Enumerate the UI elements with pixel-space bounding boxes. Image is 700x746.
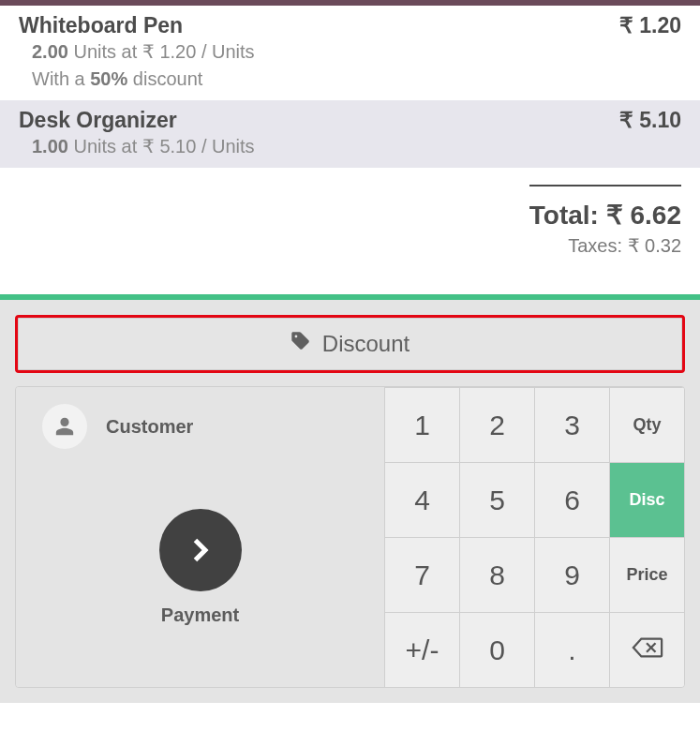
customer-button-label: Customer [106,416,193,438]
numpad-key-3[interactable]: 3 [534,387,609,462]
numpad-mode-qty[interactable]: Qty [609,387,684,462]
numpad-key-5[interactable]: 5 [459,462,534,537]
orderline-detail: 2.00 Units at ₹ 1.20 / Units [32,38,681,66]
numpad-key-2[interactable]: 2 [459,387,534,462]
backspace-icon [632,634,663,666]
numpad-key-8[interactable]: 8 [459,537,534,612]
orderline-detail: 1.00 Units at ₹ 5.10 / Units [32,133,681,160]
payment-button[interactable]: Payment [16,466,384,687]
orderline[interactable]: Desk Organizer ₹ 5.10 1.00 Units at ₹ 5.… [0,100,700,168]
tag-icon [290,331,311,357]
numpad-key-sign[interactable]: +/- [384,612,459,687]
numpad-key-9[interactable]: 9 [534,537,609,612]
discount-button-label: Discount [322,331,410,357]
numpad-backspace[interactable] [609,612,684,687]
orderline[interactable]: Whiteboard Pen ₹ 1.20 2.00 Units at ₹ 1.… [0,6,700,100]
chevron-right-icon [159,509,242,591]
payment-button-label: Payment [161,604,239,626]
orderline-price: ₹ 1.20 [619,13,681,38]
numpad: 1 2 3 Qty 4 5 6 Disc 7 8 9 Price +/- 0 . [384,387,684,687]
user-icon [42,404,87,449]
summary-divider [529,185,681,186]
order-lines: Whiteboard Pen ₹ 1.20 2.00 Units at ₹ 1.… [0,6,700,168]
numpad-key-4[interactable]: 4 [384,462,459,537]
numpad-key-decimal[interactable]: . [534,612,609,687]
numpad-key-0[interactable]: 0 [459,612,534,687]
numpad-mode-price[interactable]: Price [609,537,684,612]
order-taxes: Taxes: ₹ 0.32 [529,234,681,257]
numpad-key-6[interactable]: 6 [534,462,609,537]
numpad-key-7[interactable]: 7 [384,537,459,612]
orderline-name: Whiteboard Pen [19,13,183,38]
customer-button[interactable]: Customer [16,387,384,466]
orderline-name: Desk Organizer [19,108,177,133]
discount-button[interactable]: Discount [15,315,685,373]
numpad-mode-disc[interactable]: Disc [609,462,684,537]
orderline-discount: With a 50% discount [32,66,681,93]
orderline-price: ₹ 5.10 [619,108,681,133]
order-summary: Total: ₹ 6.62 Taxes: ₹ 0.32 [529,185,681,257]
numpad-key-1[interactable]: 1 [384,387,459,462]
order-total: Total: ₹ 6.62 [529,200,681,231]
